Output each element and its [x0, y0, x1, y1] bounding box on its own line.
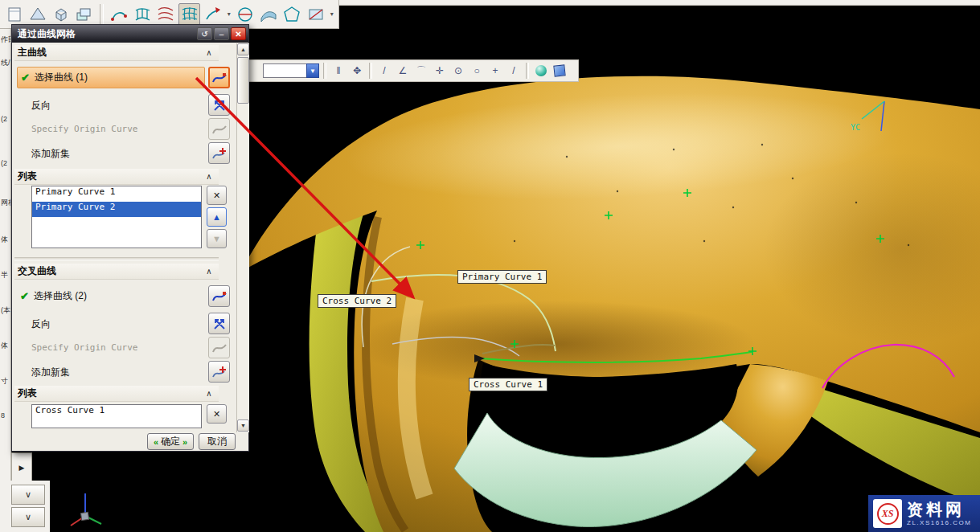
dialog-titlebar[interactable]: 通过曲线网格 ↺ – ✕: [12, 25, 248, 43]
clipped-text: (2: [1, 115, 11, 123]
toolbar-overflow-button-1[interactable]: ∨: [11, 485, 45, 505]
sheet-stack-icon[interactable]: [74, 3, 96, 26]
cross-list-header[interactable]: 列表 ∧: [14, 386, 219, 402]
primary-select-curve-button[interactable]: [208, 67, 230, 88]
cross-section-header[interactable]: 交叉曲线 ∧: [14, 264, 219, 280]
datum-plane-icon[interactable]: [27, 3, 48, 26]
curve-icon: [211, 70, 228, 86]
primary-list-title: 列表: [18, 170, 203, 183]
new-part-icon[interactable]: [3, 3, 25, 26]
arc-snap-icon[interactable]: ⌒: [413, 63, 429, 79]
cross-list-title: 列表: [18, 387, 203, 400]
scrollbar-thumb[interactable]: [237, 57, 249, 104]
work-part-filter-icon[interactable]: ‖: [330, 63, 346, 79]
toolbar-dropdown-icon[interactable]: ▾: [225, 10, 232, 18]
through-curve-mesh-dialog: 通过曲线网格 ↺ – ✕ 主曲线 ∧ ✔ 选择曲线 (1) 反向 Specify…: [11, 24, 249, 452]
dialog-scrollbar[interactable]: ▲ ▼: [236, 43, 249, 432]
point-snap-icon[interactable]: +: [487, 63, 503, 79]
ruled-surface-icon[interactable]: [131, 3, 153, 26]
toolbar-separator: [100, 4, 104, 25]
cross-add-set-label: 添加新集: [31, 366, 70, 379]
flyout-arrow-icon: ▶: [19, 464, 25, 472]
primary-list-delete-button[interactable]: ✕: [207, 186, 227, 205]
add-new-set-icon: [211, 145, 228, 162]
cross-list-delete-button[interactable]: ✕: [207, 404, 227, 424]
dialog-reset-button[interactable]: ↺: [197, 27, 212, 40]
quadrant-snap-icon[interactable]: ○: [469, 63, 485, 79]
watermark: XS 资料网 ZL.XS1616.COM: [868, 495, 980, 532]
primary-curve-list[interactable]: Primary Curve 1 Primary Curve 2: [31, 186, 202, 248]
clipped-text: 体: [1, 341, 11, 351]
check-icon: ✔: [21, 72, 30, 84]
endpoint-snap-icon[interactable]: /: [376, 63, 392, 79]
origin-curve-icon: [211, 340, 228, 356]
list-item-selected[interactable]: Primary Curve 2: [32, 202, 201, 217]
four-point-surface-icon[interactable]: [108, 3, 129, 26]
primary-reverse-label: 反向: [31, 99, 51, 113]
collapse-icon[interactable]: ∧: [203, 389, 215, 398]
cross-add-set-button[interactable]: [208, 361, 230, 383]
dialog-minimize-button[interactable]: –: [214, 27, 229, 40]
toolbar-overflow-button-2[interactable]: ∨: [11, 507, 45, 527]
triad-axis-label: YC: [851, 123, 860, 132]
cross-origin-button: [208, 337, 230, 358]
primary-list-header[interactable]: 列表 ∧: [14, 169, 219, 185]
primary-section-header[interactable]: 主曲线 ∧: [14, 45, 219, 61]
cross-section-title: 交叉曲线: [18, 264, 203, 278]
application-window: YC Primary Curve 1 Cross Curve 2 Cross C…: [0, 0, 980, 532]
cross-select-curve-row[interactable]: ✔ 选择曲线 (2): [17, 285, 205, 307]
collapse-icon[interactable]: ∧: [203, 172, 215, 181]
intersection-snap-icon[interactable]: ✛: [432, 63, 448, 79]
ok-button-label: 确定: [161, 435, 180, 448]
primary-add-set-button[interactable]: [208, 142, 230, 164]
list-item[interactable]: Cross Curve 1: [32, 405, 201, 420]
cube-icon[interactable]: [552, 63, 568, 79]
studio-surface-icon[interactable]: [257, 3, 279, 26]
origin-curve-icon: [211, 121, 228, 137]
scroll-up-button[interactable]: ▲: [237, 43, 249, 55]
primary-select-curve-row[interactable]: ✔ 选择曲线 (1): [17, 67, 205, 88]
collapse-icon[interactable]: ∧: [203, 267, 215, 276]
crosshair-move-icon[interactable]: ✥: [349, 63, 365, 79]
watermark-site-name: 资料网: [907, 501, 971, 518]
docked-flyout-button[interactable]: ▶: [11, 452, 32, 482]
clipped-text: 线/: [1, 58, 11, 68]
point-on-curve-snap-icon[interactable]: /: [506, 63, 522, 79]
n-sided-surface-icon[interactable]: [281, 3, 303, 26]
toolbar-dropdown-icon-2[interactable]: ▾: [328, 10, 335, 18]
ok-button[interactable]: « 确定 »: [147, 433, 194, 450]
cross-curve-list[interactable]: Cross Curve 1: [31, 404, 202, 428]
through-curves-icon[interactable]: [155, 3, 177, 26]
selection-filter-combo[interactable]: ▼: [263, 63, 319, 78]
midpoint-snap-icon[interactable]: ∠: [395, 63, 411, 79]
curve-label-cross-2: Cross Curve 2: [318, 294, 396, 308]
wcs-triad: [63, 484, 108, 529]
extrude-icon[interactable]: [51, 3, 72, 26]
cross-reverse-button[interactable]: [208, 313, 230, 334]
through-curve-mesh-icon[interactable]: [178, 3, 200, 26]
selection-bar-separator: [323, 63, 326, 79]
dropdown-arrow-icon[interactable]: ▼: [306, 63, 319, 78]
dialog-close-button[interactable]: ✕: [231, 27, 246, 40]
primary-reverse-button[interactable]: [208, 94, 230, 116]
selection-filter-value[interactable]: [263, 63, 306, 78]
selection-bar: ▼ ‖ ✥ / ∠ ⌒ ✛ ⊙ ○ + /: [241, 59, 579, 82]
section-surface-icon[interactable]: [234, 3, 256, 26]
bounded-plane-icon[interactable]: [305, 3, 326, 26]
center-snap-icon[interactable]: ⊙: [450, 63, 466, 79]
ok-arrow-right-icon: »: [182, 437, 187, 447]
collapse-icon[interactable]: ∧: [203, 48, 215, 57]
reverse-direction-icon: [211, 316, 228, 332]
sphere-icon[interactable]: [533, 63, 549, 79]
check-icon: ✔: [20, 290, 29, 302]
primary-list-move-up-button[interactable]: ▲: [207, 207, 227, 227]
swept-surface-icon[interactable]: [202, 3, 223, 26]
list-item[interactable]: Primary Curve 1: [32, 186, 201, 202]
cross-select-curve-button[interactable]: [208, 285, 230, 307]
clipped-text: 半: [1, 270, 11, 280]
clipped-text: (本: [1, 305, 11, 316]
cancel-button[interactable]: 取消: [199, 433, 236, 450]
scroll-down-button[interactable]: ▼: [237, 419, 249, 432]
primary-origin-label: Specify Origin Curve: [31, 124, 137, 134]
primary-origin-button: [208, 118, 230, 140]
